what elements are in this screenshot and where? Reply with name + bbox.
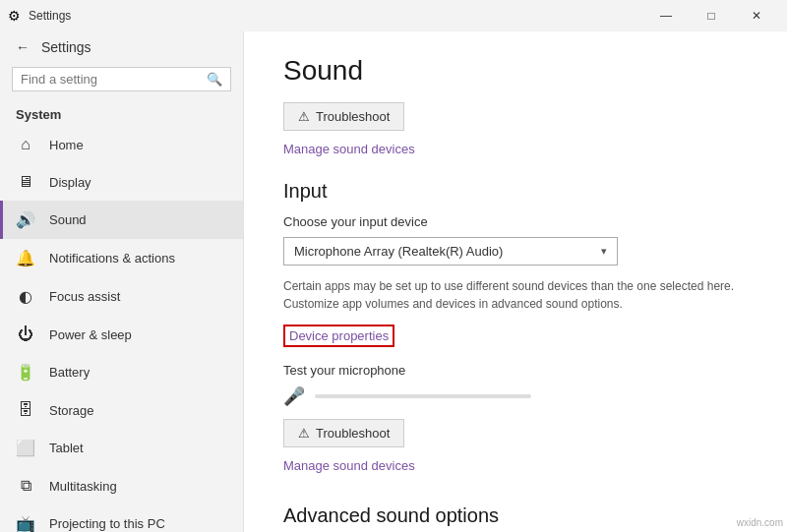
sidebar-item-focus[interactable]: ◐ Focus assist (0, 277, 243, 316)
input-description: Certain apps may be set up to use differ… (283, 277, 748, 313)
mic-row: 🎤 (283, 385, 748, 407)
settings-icon: ⚙ (8, 8, 21, 24)
troubleshoot-button-top[interactable]: ⚠ Troubleshoot (283, 102, 404, 131)
advanced-section: Advanced sound options ⇄ App volume and … (283, 504, 748, 532)
sidebar-item-notifications[interactable]: 🔔 Notifications & actions (0, 239, 243, 277)
notifications-icon: 🔔 (16, 249, 35, 267)
sidebar-label-notifications: Notifications & actions (49, 251, 175, 266)
watermark: wxidn.com (737, 517, 783, 528)
power-icon: ⏻ (16, 325, 35, 343)
advanced-section-title: Advanced sound options (283, 504, 748, 527)
input-device-label: Choose your input device (283, 214, 748, 229)
device-properties-link[interactable]: Device properties (283, 325, 394, 347)
troubleshoot-button-bottom[interactable]: ⚠ Troubleshoot (283, 419, 404, 447)
back-arrow-icon: ← (16, 39, 30, 55)
sidebar-label-display: Display (49, 175, 91, 190)
sidebar-label-home: Home (49, 138, 84, 152)
search-box[interactable]: 🔍 (12, 67, 231, 91)
test-mic-label: Test your microphone (283, 363, 748, 378)
sidebar-item-tablet[interactable]: ⬜ Tablet (0, 429, 243, 467)
projecting-icon: 📺 (16, 514, 35, 532)
input-section-title: Input (283, 180, 748, 203)
sidebar-app-title: Settings (41, 39, 91, 55)
sidebar-item-display[interactable]: 🖥 Display (0, 163, 243, 201)
maximize-button[interactable]: □ (689, 0, 734, 31)
minimize-button[interactable]: — (643, 0, 689, 31)
sidebar-item-power[interactable]: ⏻ Power & sleep (0, 316, 243, 353)
microphone-icon: 🎤 (283, 385, 305, 407)
close-button[interactable]: ✕ (734, 0, 779, 31)
warning-icon-bottom: ⚠ (298, 426, 310, 441)
storage-icon: 🗄 (16, 401, 35, 419)
dropdown-arrow-icon: ▾ (601, 245, 607, 258)
sidebar-back[interactable]: ← Settings (0, 31, 243, 63)
search-icon: 🔍 (207, 72, 222, 87)
sidebar-label-focus: Focus assist (49, 289, 120, 304)
multitasking-icon: ⧉ (16, 477, 35, 495)
title-bar: ⚙ Settings — □ ✕ (0, 0, 787, 31)
sidebar-label-tablet: Tablet (49, 441, 84, 455)
sidebar-label-projecting: Projecting to this PC (49, 516, 165, 531)
title-bar-title: Settings (29, 9, 71, 23)
app-body: ← Settings 🔍 System ⌂ Home 🖥 Display 🔊 S… (0, 31, 787, 532)
sidebar-item-sound[interactable]: 🔊 Sound (0, 201, 243, 239)
sidebar-label-power: Power & sleep (49, 327, 132, 342)
manage-sound-link-bottom[interactable]: Manage sound devices (283, 458, 415, 473)
battery-icon: 🔋 (16, 363, 35, 382)
page-title: Sound (283, 55, 748, 87)
search-input[interactable] (21, 72, 201, 87)
tablet-icon: ⬜ (16, 439, 35, 457)
input-device-dropdown[interactable]: Microphone Array (Realtek(R) Audio) ▾ (283, 237, 618, 266)
sidebar-label-sound: Sound (49, 212, 87, 227)
title-bar-controls: — □ ✕ (643, 0, 779, 31)
sidebar-label-storage: Storage (49, 403, 94, 418)
sidebar-item-battery[interactable]: 🔋 Battery (0, 353, 243, 391)
sidebar-item-projecting[interactable]: 📺 Projecting to this PC (0, 504, 243, 532)
sidebar-item-storage[interactable]: 🗄 Storage (0, 391, 243, 429)
mic-level-bar (315, 394, 531, 398)
troubleshoot-label-top: Troubleshoot (316, 109, 390, 124)
sidebar-label-battery: Battery (49, 365, 90, 380)
focus-icon: ◐ (16, 287, 35, 306)
warning-icon-top: ⚠ (298, 109, 310, 124)
sidebar: ← Settings 🔍 System ⌂ Home 🖥 Display 🔊 S… (0, 31, 244, 532)
sidebar-label-multitasking: Multitasking (49, 479, 117, 494)
troubleshoot-label-bottom: Troubleshoot (316, 426, 390, 441)
main-content: Sound ⚠ Troubleshoot Manage sound device… (244, 31, 787, 532)
sound-icon: 🔊 (16, 210, 35, 229)
sidebar-item-home[interactable]: ⌂ Home (0, 126, 243, 163)
home-icon: ⌂ (16, 136, 35, 153)
input-device-value: Microphone Array (Realtek(R) Audio) (294, 244, 503, 259)
sidebar-section-label: System (0, 99, 243, 126)
manage-sound-link-top[interactable]: Manage sound devices (283, 142, 415, 156)
title-bar-left: ⚙ Settings (8, 8, 71, 24)
display-icon: 🖥 (16, 173, 35, 191)
sidebar-item-multitasking[interactable]: ⧉ Multitasking (0, 467, 243, 504)
